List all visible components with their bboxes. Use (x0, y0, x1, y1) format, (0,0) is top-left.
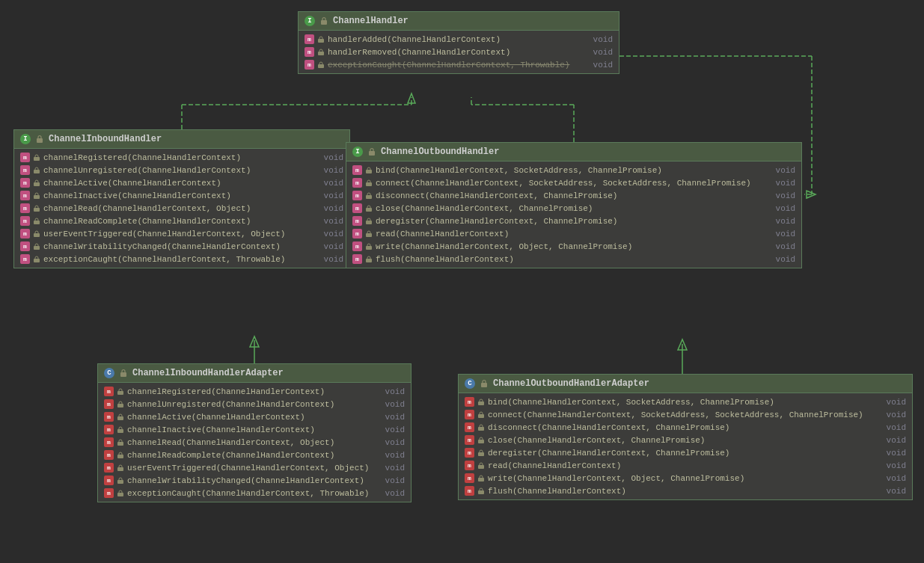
method-cih-9[interactable]: m exceptionCaught(ChannelHandlerContext,… (14, 253, 349, 265)
mr-ciha-5: void (385, 438, 405, 447)
svg-rect-33 (366, 208, 372, 212)
mr-coh-6: void (776, 230, 795, 239)
mn-ciha-1: channelRegistered(ChannelHandlerContext) (127, 387, 375, 396)
method-coha-1[interactable]: m bind(ChannelHandlerContext, SocketAddr… (459, 396, 912, 408)
lock-icon-5 (480, 379, 489, 388)
method-handlerAdded[interactable]: m handlerAdded(ChannelHandlerContext) vo… (299, 33, 619, 46)
method-ciha-3[interactable]: m channelActive(ChannelHandlerContext) v… (98, 410, 411, 423)
method-cih-6[interactable]: m channelReadComplete(ChannelHandlerCont… (14, 215, 349, 227)
svg-rect-19 (37, 138, 43, 143)
svg-rect-37 (366, 259, 372, 262)
method-coh-8[interactable]: m flush(ChannelHandlerContext) void (346, 253, 801, 265)
mn-cih-9: exceptionCaught(ChannelHandlerContext, T… (43, 255, 313, 264)
method-ciha-5[interactable]: m channelRead(ChannelHandlerContext, Obj… (98, 436, 411, 449)
mn-coh-8: flush(ChannelHandlerContext) (376, 255, 765, 264)
mr-cih-3: void (324, 179, 343, 188)
svg-rect-23 (34, 195, 40, 199)
method-cih-7[interactable]: m userEventTriggered(ChannelHandlerConte… (14, 227, 349, 240)
mr-coh-7: void (776, 242, 795, 251)
svg-rect-56 (478, 490, 484, 494)
mn-coh-6: read(ChannelHandlerContext) (376, 230, 765, 239)
method-ciha-9[interactable]: m exceptionCaught(ChannelHandlerContext,… (98, 487, 411, 499)
method-coha-5[interactable]: m deregister(ChannelHandlerContext, Chan… (459, 446, 912, 459)
svg-rect-15 (321, 20, 327, 25)
mr-cih-8: void (324, 242, 343, 251)
mr-coha-4: void (887, 436, 906, 445)
method-cih-5[interactable]: m channelRead(ChannelHandlerContext, Obj… (14, 202, 349, 215)
mn-ciha-4: channelInactive(ChannelHandlerContext) (127, 425, 375, 434)
method-cih-3[interactable]: m channelActive(ChannelHandlerContext) v… (14, 176, 349, 189)
mi-coha-6: m (465, 461, 474, 470)
method-cih-2[interactable]: m channelUnregistered(ChannelHandlerCont… (14, 164, 349, 176)
mr-coha-1: void (887, 398, 906, 407)
mr-ciha-7: void (385, 464, 405, 473)
mr-ciha-2: void (385, 400, 405, 409)
method-icon-3: m (305, 60, 314, 70)
channel-outbound-handler-icon: I (352, 147, 363, 157)
method-ciha-1[interactable]: m channelRegistered(ChannelHandlerContex… (98, 385, 411, 398)
method-coha-7[interactable]: m write(ChannelHandlerContext, Object, C… (459, 472, 912, 484)
method-coh-1[interactable]: m bind(ChannelHandlerContext, SocketAddr… (346, 164, 801, 176)
method-exceptionCaught-ch[interactable]: m exceptionCaught(ChannelHandlerContext,… (299, 58, 619, 71)
svg-rect-42 (117, 429, 123, 433)
mn-cih-5: channelRead(ChannelHandlerContext, Objec… (43, 204, 313, 213)
method-coha-8[interactable]: m flush(ChannelHandlerContext) void (459, 484, 912, 497)
svg-rect-17 (318, 52, 324, 55)
channel-inbound-handler-adapter-box: C ChannelInboundHandlerAdapter m channel… (97, 363, 411, 502)
method-coh-4[interactable]: m close(ChannelHandlerContext, ChannelPr… (346, 202, 801, 215)
method-ciha-6[interactable]: m channelReadComplete(ChannelHandlerCont… (98, 449, 411, 461)
method-coh-7[interactable]: m write(ChannelHandlerContext, Object, C… (346, 240, 801, 253)
channel-handler-header: I ChannelHandler (299, 12, 619, 31)
method-coha-2[interactable]: m connect(ChannelHandlerContext, SocketA… (459, 408, 912, 421)
svg-rect-53 (478, 452, 484, 456)
method-ciha-2[interactable]: m channelUnregistered(ChannelHandlerCont… (98, 398, 411, 410)
method-handlerRemoved[interactable]: m handlerRemoved(ChannelHandlerContext) … (299, 46, 619, 58)
method-cih-1[interactable]: m channelRegistered(ChannelHandlerContex… (14, 151, 349, 164)
mn-coha-8: flush(ChannelHandlerContext) (488, 487, 876, 496)
method-return-3: void (593, 61, 613, 70)
channel-handler-title: ChannelHandler (333, 16, 409, 26)
channel-inbound-handler-methods: m channelRegistered(ChannelHandlerContex… (14, 149, 349, 268)
mr-coha-8: void (887, 487, 906, 496)
channel-handler-methods: m handlerAdded(ChannelHandlerContext) vo… (299, 31, 619, 73)
lk-cih-6 (33, 218, 40, 225)
method-coh-2[interactable]: m connect(ChannelHandlerContext, SocketA… (346, 176, 801, 189)
mi-coha-4: m (465, 435, 474, 445)
mn-coh-1: bind(ChannelHandlerContext, SocketAddres… (376, 166, 765, 175)
method-coh-3[interactable]: m disconnect(ChannelHandlerContext, Chan… (346, 189, 801, 202)
svg-rect-26 (34, 233, 40, 237)
lk-cih-3 (33, 179, 40, 187)
method-return-2: void (593, 48, 613, 57)
lk-ciha-7 (117, 464, 124, 472)
mn-ciha-3: channelActive(ChannelHandlerContext) (127, 413, 375, 422)
channel-inbound-handler-box: I ChannelInboundHandler m channelRegiste… (13, 129, 350, 268)
method-coh-6[interactable]: m read(ChannelHandlerContext) void (346, 227, 801, 240)
svg-rect-18 (318, 64, 324, 68)
mi-coh-3: m (352, 191, 362, 200)
method-ciha-4[interactable]: m channelInactive(ChannelHandlerContext)… (98, 423, 411, 436)
mi-ciha-2: m (104, 399, 114, 409)
mn-cih-7: userEventTriggered(ChannelHandlerContext… (43, 230, 313, 239)
lk-ciha-3 (117, 413, 124, 421)
mn-cih-1: channelRegistered(ChannelHandlerContext) (43, 153, 313, 162)
method-ciha-7[interactable]: m userEventTriggered(ChannelHandlerConte… (98, 461, 411, 474)
mi-coh-7: m (352, 241, 362, 251)
channel-handler-box: I ChannelHandler m handlerAdded(ChannelH… (298, 11, 619, 74)
lk-ciha-8 (117, 477, 124, 484)
lk-coh-7 (365, 243, 373, 250)
method-coha-4[interactable]: m close(ChannelHandlerContext, ChannelPr… (459, 434, 912, 446)
lk-cih-9 (33, 256, 40, 263)
method-coha-6[interactable]: m read(ChannelHandlerContext) void (459, 459, 912, 472)
mr-coha-7: void (887, 474, 906, 483)
method-cih-8[interactable]: m channelWritabilityChanged(ChannelHandl… (14, 240, 349, 253)
method-coh-5[interactable]: m deregister(ChannelHandlerContext, Chan… (346, 215, 801, 227)
mr-coha-6: void (887, 461, 906, 470)
method-coha-3[interactable]: m disconnect(ChannelHandlerContext, Chan… (459, 421, 912, 434)
method-cih-4[interactable]: m channelInactive(ChannelHandlerContext)… (14, 189, 349, 202)
mn-ciha-5: channelRead(ChannelHandlerContext, Objec… (127, 438, 375, 447)
channel-inbound-adapter-header: C ChannelInboundHandlerAdapter (98, 364, 411, 383)
mn-coha-4: close(ChannelHandlerContext, ChannelProm… (488, 436, 876, 445)
method-ciha-8[interactable]: m channelWritabilityChanged(ChannelHandl… (98, 474, 411, 487)
mr-coh-5: void (776, 217, 795, 226)
mn-ciha-8: channelWritabilityChanged(ChannelHandler… (127, 476, 375, 485)
